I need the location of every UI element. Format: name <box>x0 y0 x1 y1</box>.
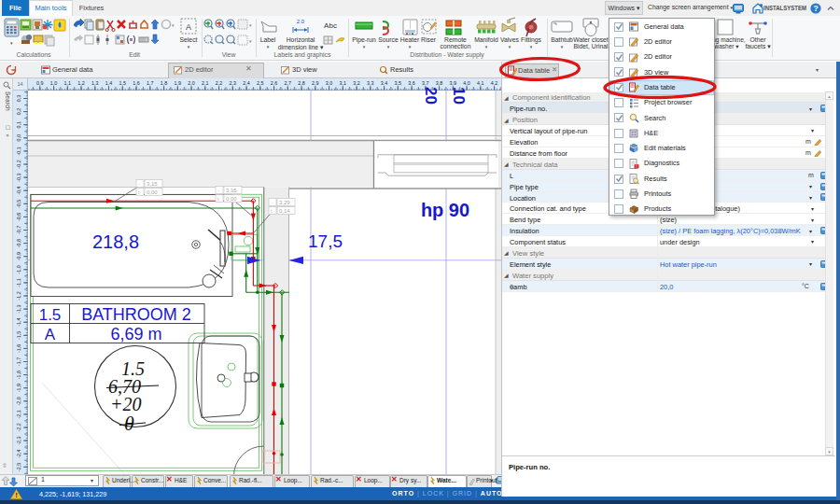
svg-text:▾: ▾ <box>188 44 190 49</box>
svg-text:-1,3: -1,3 <box>16 304 21 313</box>
svg-text:hp 90: hp 90 <box>421 200 469 220</box>
svg-text:0,14: 0,14 <box>279 208 290 214</box>
svg-text:0,2: 0,2 <box>16 108 21 116</box>
svg-text:connection: connection <box>441 43 471 49</box>
svg-text:1,0: 1,0 <box>50 80 58 86</box>
svg-text:1.5: 1.5 <box>39 306 62 324</box>
svg-text:3,9: 3,9 <box>450 80 457 86</box>
svg-text:10: 10 <box>450 87 468 105</box>
svg-text:-: - <box>271 200 273 205</box>
svg-text:A: A <box>45 326 56 343</box>
svg-text:Manifold: Manifold <box>474 36 498 43</box>
svg-text:▾: ▾ <box>249 22 252 28</box>
svg-text:0,00: 0,00 <box>147 189 158 195</box>
svg-text:!: ! <box>636 163 637 168</box>
svg-text:1,2: 1,2 <box>77 80 85 86</box>
svg-text:4,2: 4,2 <box>491 80 498 86</box>
svg-text:1,7: 1,7 <box>147 80 154 86</box>
svg-text:17,5: 17,5 <box>308 231 343 251</box>
svg-text:2,6: 2,6 <box>271 80 278 86</box>
svg-text:1,6: 1,6 <box>133 80 140 86</box>
svg-text:1,9: 1,9 <box>175 80 182 86</box>
svg-text:Bidet, Urinal: Bidet, Urinal <box>573 43 609 49</box>
svg-text:▾: ▾ <box>10 40 13 46</box>
svg-text:faucets ▾: faucets ▾ <box>745 43 771 49</box>
svg-text:1,4: 1,4 <box>105 80 113 86</box>
svg-text:3,8: 3,8 <box>436 80 443 86</box>
svg-text:Fittings: Fittings <box>521 36 542 44</box>
svg-text:2,9: 2,9 <box>312 80 319 86</box>
svg-text:-0,1: -0,1 <box>16 147 21 155</box>
svg-text:2,3: 2,3 <box>230 80 237 86</box>
svg-text:-2,1: -2,1 <box>16 410 21 418</box>
svg-text:6,69 m: 6,69 m <box>110 325 161 343</box>
svg-text:Other: Other <box>750 36 767 43</box>
svg-text:▾: ▾ <box>409 44 412 49</box>
svg-text:3,15: 3,15 <box>147 181 158 187</box>
svg-text:-2,3: -2,3 <box>16 436 21 444</box>
svg-text:-1,1: -1,1 <box>16 278 21 287</box>
svg-text:218,8: 218,8 <box>92 231 139 252</box>
svg-text:2,5: 2,5 <box>257 80 264 86</box>
svg-text:2,0: 2,0 <box>188 80 195 86</box>
svg-text:Valves: Valves <box>500 36 519 43</box>
svg-text:Pipe-run: Pipe-run <box>352 36 376 44</box>
svg-text:▾: ▾ <box>172 22 175 28</box>
svg-text:-1,5: -1,5 <box>16 331 21 340</box>
svg-text:-1,0: -1,0 <box>16 265 21 273</box>
svg-text:-0,4: -0,4 <box>16 187 21 195</box>
svg-text:dimension line ▾: dimension line ▾ <box>278 44 324 50</box>
svg-text:3,1: 3,1 <box>340 80 347 86</box>
svg-text:3,15: 3,15 <box>226 188 237 193</box>
svg-text:-2,0: -2,0 <box>16 397 21 405</box>
svg-text:2.0: 2.0 <box>297 19 305 24</box>
svg-text:Riser: Riser <box>421 36 437 43</box>
svg-text:4,0: 4,0 <box>463 80 470 86</box>
svg-text:3,3: 3,3 <box>367 80 374 86</box>
svg-text:-0,9: -0,9 <box>16 252 21 260</box>
svg-text:3,6: 3,6 <box>408 80 415 86</box>
svg-text:3,7: 3,7 <box>422 80 429 86</box>
svg-text:-0,3: -0,3 <box>16 173 21 181</box>
svg-text:-: - <box>138 181 140 187</box>
svg-text:1,5: 1,5 <box>119 80 127 86</box>
svg-text:3,4: 3,4 <box>381 80 388 86</box>
svg-text:0,1: 0,1 <box>16 121 21 129</box>
svg-text:Bathtub: Bathtub <box>551 36 573 43</box>
svg-text:3,0: 3,0 <box>326 80 333 86</box>
svg-text:-0,5: -0,5 <box>16 200 21 208</box>
svg-text:0,00: 0,00 <box>226 196 237 202</box>
svg-text:Heater: Heater <box>400 36 420 43</box>
svg-text:2,7: 2,7 <box>285 80 292 86</box>
svg-text:-2,4: -2,4 <box>16 450 21 458</box>
svg-text:2,1: 2,1 <box>202 80 209 86</box>
svg-text:θ: θ <box>124 412 134 435</box>
svg-text:-0,2: -0,2 <box>16 160 21 168</box>
svg-text:1,3: 1,3 <box>91 80 99 86</box>
svg-text:▾: ▾ <box>561 44 564 49</box>
svg-text:-1,9: -1,9 <box>16 384 21 392</box>
svg-text:▾: ▾ <box>363 44 366 49</box>
svg-text:-1,2: -1,2 <box>16 291 21 300</box>
svg-text:4,1: 4,1 <box>477 80 484 86</box>
svg-text:Select: Select <box>180 36 198 43</box>
svg-text:3,29: 3,29 <box>279 200 290 205</box>
svg-text:0,0: 0,0 <box>16 134 21 142</box>
svg-text:Label: Label <box>260 36 276 43</box>
svg-text:▾: ▾ <box>509 44 511 49</box>
svg-text:Abc: Abc <box>324 21 337 30</box>
svg-text:2,2: 2,2 <box>216 80 223 86</box>
svg-text:-0,8: -0,8 <box>16 239 21 247</box>
svg-text:-0,7: -0,7 <box>16 226 21 234</box>
svg-text:0,3: 0,3 <box>16 95 21 103</box>
svg-text:Source: Source <box>378 36 399 43</box>
svg-text:-1,4: -1,4 <box>16 318 21 327</box>
svg-text:Horizontal: Horizontal <box>287 36 315 43</box>
svg-text:3,2: 3,2 <box>353 80 360 86</box>
svg-text:2,4: 2,4 <box>243 80 250 86</box>
svg-text:-: - <box>217 188 219 193</box>
svg-text:?: ? <box>813 4 818 13</box>
svg-text:1,1: 1,1 <box>64 80 72 86</box>
svg-text:▾: ▾ <box>249 38 252 44</box>
svg-text:▾: ▾ <box>530 44 533 49</box>
